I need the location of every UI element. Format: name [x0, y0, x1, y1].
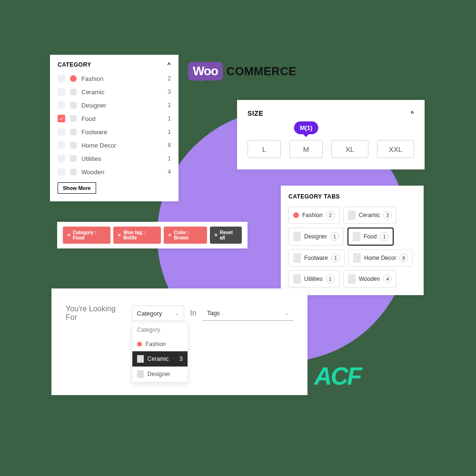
category-count: 4: [168, 169, 171, 175]
checkbox[interactable]: [58, 128, 65, 136]
category-row[interactable]: Footware1: [58, 125, 171, 139]
reset-all-chip[interactable]: ✕ Reset all: [210, 227, 242, 244]
product-thumb-icon: [70, 155, 77, 162]
category-count: 2: [168, 75, 171, 82]
tab-label: Fashion: [302, 212, 323, 218]
show-more-button[interactable]: Show More: [58, 182, 96, 194]
category-tab[interactable]: Utilities1: [288, 270, 339, 288]
checkbox[interactable]: [58, 141, 65, 149]
category-label: Designer: [81, 102, 163, 109]
tags-select[interactable]: Tags ⌄: [202, 306, 293, 321]
category-row[interactable]: Designer1: [58, 99, 171, 112]
category-count: 1: [168, 129, 171, 135]
tab-label: Footware: [304, 255, 328, 261]
woo-bubble: Woo: [188, 62, 223, 80]
product-thumb-icon: [293, 253, 301, 263]
product-thumb-icon: [70, 115, 77, 122]
category-tab[interactable]: Fashion2: [288, 207, 339, 224]
category-count: 1: [168, 115, 171, 122]
category-tab[interactable]: Footware1: [288, 249, 345, 267]
tab-label: Home Decor: [364, 255, 396, 261]
tab-count: 1: [331, 254, 340, 262]
checkbox[interactable]: [58, 101, 65, 109]
category-tab[interactable]: Designer1: [288, 228, 344, 246]
color-swatch-icon: [70, 75, 77, 82]
tags-select-value: Tags: [207, 309, 220, 317]
checkbox[interactable]: [58, 155, 65, 162]
dropdown-header: Category: [132, 323, 188, 337]
product-thumb-icon: [348, 274, 356, 284]
dropdown-option[interactable]: Fashion: [132, 337, 188, 351]
product-thumb-icon: [348, 210, 356, 220]
product-thumb-icon: [293, 274, 301, 284]
filter-chip[interactable]: ✕ Category : Food: [63, 227, 110, 244]
tab-count: 1: [326, 275, 335, 283]
dropdown-option-label: Ceramic: [148, 356, 169, 362]
checkbox[interactable]: [58, 75, 65, 82]
category-tab[interactable]: Home Decor8: [348, 249, 413, 267]
acf-logo: ACF: [314, 362, 361, 390]
tab-label: Wooden: [359, 276, 380, 282]
size-panel-title: SIZE: [248, 109, 263, 117]
chevron-down-icon: ⌄: [175, 311, 179, 316]
filter-chip[interactable]: ✕ Color : Brown: [164, 227, 207, 244]
chevron-down-icon: ⌄: [285, 310, 288, 316]
category-count: 1: [168, 102, 171, 109]
checkbox[interactable]: ✓: [58, 115, 65, 122]
dropdown-option-label: Designer: [148, 371, 170, 377]
category-tab[interactable]: Ceramic3: [343, 207, 397, 224]
product-thumb-icon: [70, 142, 77, 149]
close-icon: ✕: [67, 233, 71, 238]
active-filters-bar: ✕ Category : Food✕ Woo tag : Bottle✕ Col…: [57, 222, 248, 248]
size-option-button[interactable]: MM(1): [289, 140, 323, 158]
category-select[interactable]: Category ⌄ CategoryFashionCeramic3Design…: [132, 306, 185, 321]
tab-count: 8: [399, 254, 408, 262]
product-thumb-icon: [70, 129, 77, 135]
category-tab[interactable]: Food1: [347, 228, 394, 246]
dropdown-option-label: Fashion: [146, 341, 166, 347]
category-label: Food: [81, 115, 163, 122]
category-label: Utilities: [81, 155, 163, 162]
filter-chip[interactable]: ✕ Woo tag : Bottle: [113, 227, 161, 244]
category-dropdown: CategoryFashionCeramic3Designer: [132, 322, 188, 382]
woo-text: COMMERCE: [227, 65, 297, 78]
category-label: Fashion: [81, 75, 163, 82]
size-option-button[interactable]: XXL: [377, 140, 414, 158]
category-row[interactable]: Home Decor8: [58, 139, 171, 152]
size-option-button[interactable]: L: [248, 140, 281, 158]
looking-for-mid: In: [190, 309, 196, 317]
dropdown-option[interactable]: Designer: [132, 367, 188, 382]
color-swatch-icon: [293, 212, 299, 218]
category-select-value: Category: [137, 310, 162, 317]
checkbox[interactable]: [58, 168, 65, 176]
category-tabs-panel: CATEGORY TABS Fashion2Ceramic3Designer1F…: [281, 186, 424, 295]
category-row[interactable]: Wooden4: [58, 165, 171, 178]
chevron-up-icon[interactable]: ^: [167, 61, 171, 68]
category-row[interactable]: Ceramic3: [58, 85, 171, 99]
tab-label: Designer: [304, 233, 327, 240]
close-icon: ✕: [168, 233, 172, 238]
chip-label: Category : Food: [73, 230, 106, 240]
category-tab[interactable]: Wooden4: [343, 270, 397, 288]
category-count: 3: [168, 89, 171, 95]
category-row[interactable]: Fashion2: [58, 72, 171, 85]
product-thumb-icon: [353, 232, 360, 241]
looking-for-panel: You're Looking For Category ⌄ CategoryFa…: [51, 288, 307, 395]
category-row[interactable]: Utilities1: [58, 152, 171, 165]
category-label: Wooden: [81, 169, 163, 176]
dropdown-option[interactable]: Ceramic3: [132, 351, 188, 367]
close-icon: ✕: [118, 233, 121, 238]
tab-count: 4: [383, 275, 392, 283]
product-thumb-icon: [137, 355, 144, 363]
tab-label: Utilities: [304, 276, 323, 282]
chip-label: Woo tag : Bottle: [123, 230, 157, 240]
category-row[interactable]: ✓Food1: [58, 112, 171, 125]
chip-label: Reset all: [220, 230, 238, 240]
checkbox[interactable]: [58, 88, 65, 96]
chevron-up-icon[interactable]: ^: [410, 110, 414, 117]
product-thumb-icon: [70, 102, 77, 109]
size-option-button[interactable]: XL: [331, 140, 368, 158]
category-filter-panel: CATEGORY ^ Fashion2Ceramic3Designer1✓Foo…: [50, 55, 178, 201]
tab-label: Ceramic: [359, 212, 380, 218]
category-tabs-title: CATEGORY TABS: [288, 193, 416, 200]
